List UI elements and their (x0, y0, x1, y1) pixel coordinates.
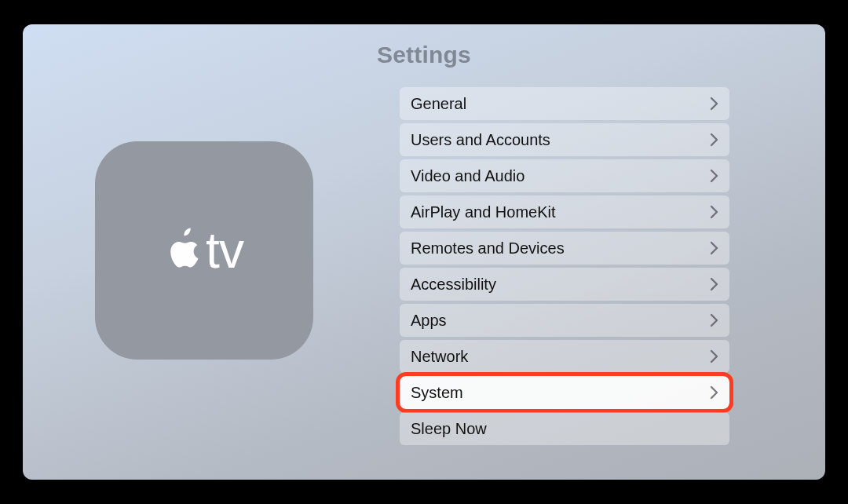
chevron-right-icon (707, 277, 720, 291)
page-title: Settings (23, 42, 825, 68)
content-area: tv GeneralUsers and AccountsVideo and Au… (23, 68, 825, 480)
chevron-right-icon (707, 313, 720, 327)
menu-item-label: System (411, 384, 463, 402)
chevron-right-icon (707, 133, 720, 147)
chevron-right-icon (707, 97, 720, 111)
chevron-right-icon (707, 169, 720, 183)
menu-item-label: Users and Accounts (411, 131, 550, 149)
menu-item-label: General (411, 95, 466, 113)
menu-item-general[interactable]: General (400, 87, 729, 120)
chevron-right-icon (707, 241, 720, 255)
menu-item-sleep-now[interactable]: Sleep Now (400, 412, 729, 445)
chevron-right-icon (707, 385, 720, 400)
menu-item-label: Network (411, 348, 468, 366)
menu-item-label: Apps (411, 312, 447, 330)
chevron-right-icon (707, 349, 720, 363)
tile-text: tv (206, 221, 243, 279)
menu-item-apps[interactable]: Apps (400, 304, 729, 337)
tile-label: tv (165, 221, 243, 279)
apple-logo-icon (165, 225, 203, 271)
menu-item-accessibility[interactable]: Accessibility (400, 268, 729, 301)
menu-item-airplay-and-homekit[interactable]: AirPlay and HomeKit (400, 195, 729, 228)
menu-item-video-and-audio[interactable]: Video and Audio (400, 159, 729, 192)
menu-item-network[interactable]: Network (400, 340, 729, 373)
menu-item-label: Remotes and Devices (411, 239, 565, 257)
menu-item-remotes-and-devices[interactable]: Remotes and Devices (400, 232, 729, 265)
settings-screen: Settings tv GeneralUsers and AccountsVid… (23, 24, 825, 480)
menu-item-label: Video and Audio (411, 167, 525, 185)
settings-menu: GeneralUsers and AccountsVideo and Audio… (400, 87, 729, 445)
chevron-right-icon (707, 205, 720, 219)
menu-item-label: Accessibility (411, 276, 496, 294)
menu-item-label: Sleep Now (411, 420, 487, 438)
menu-item-users-and-accounts[interactable]: Users and Accounts (400, 123, 729, 156)
menu-item-system[interactable]: System (400, 376, 729, 409)
menu-item-label: AirPlay and HomeKit (411, 203, 556, 221)
settings-app-tile: tv (95, 141, 313, 360)
